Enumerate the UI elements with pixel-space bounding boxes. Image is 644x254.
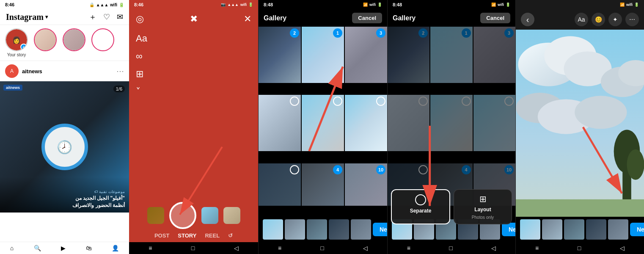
battery-3: 🔋 <box>377 3 382 7</box>
next-button-4[interactable]: Next <box>502 223 515 236</box>
post-header: A aitnews ⋯ <box>0 61 129 81</box>
your-story-avatar: 👩 + <box>5 28 28 51</box>
nav-reels-icon[interactable]: ▶ <box>61 245 66 251</box>
select-circle-4-empty-4 <box>418 165 428 174</box>
thumb-5-5[interactable] <box>608 219 628 240</box>
gallery-cell-4-1[interactable]: 2 <box>388 27 429 94</box>
gallery-footer-5: Next <box>516 217 644 242</box>
gallery-cell-3-3[interactable]: 3 <box>345 27 387 94</box>
nav-profile-icon[interactable]: 👤 <box>112 245 119 251</box>
gallery-cell-4-3[interactable]: 3 <box>473 27 515 94</box>
post-more-icon[interactable]: ⋯ <box>116 66 124 76</box>
thumb-5-4[interactable] <box>586 219 606 240</box>
transform-tool-btn[interactable]: ✦ <box>608 13 622 26</box>
gallery-cell-3-1[interactable]: 2 <box>259 27 301 94</box>
back-button[interactable]: ‹ <box>521 13 534 26</box>
story-bottom: POST STORY REEL ↺ <box>129 202 258 242</box>
nav-home-5: □ <box>578 245 581 251</box>
story-avatar-2 <box>34 28 57 51</box>
story-thumb-4 <box>92 29 113 50</box>
nav-menu-5: ≡ <box>535 245 539 251</box>
story-creator: ◎ ✖ ✕ Aa ∞ ⊞ ˅ <box>129 9 258 242</box>
status-bar-1: 8:46 🔒 ▲▲▲ wifi 🔋 <box>0 0 129 9</box>
thumb-5[interactable] <box>351 219 371 240</box>
gallery-cell-4-5[interactable] <box>430 95 472 162</box>
nav-shop-icon[interactable]: 🛍 <box>86 245 92 251</box>
gallery-thumb-left[interactable] <box>147 207 164 224</box>
gallery-thumb-right[interactable] <box>201 207 218 224</box>
select-badge-2: 2 <box>290 28 299 38</box>
layout-icon: ⊞ <box>479 194 487 204</box>
text-tool[interactable]: Aa <box>136 33 251 44</box>
story-left-tools: Aa ∞ ⊞ ˅ <box>129 29 258 102</box>
gallery-cell-4-6[interactable] <box>473 95 515 162</box>
android-nav-3: ≡ □ ◁ <box>259 242 387 254</box>
thumb-5-3[interactable] <box>564 219 584 240</box>
thumb-5-1[interactable] <box>520 219 540 240</box>
cancel-button-3[interactable]: Cancel <box>352 13 382 23</box>
status-icons-5: 📶 wifi 🔋 <box>620 3 639 7</box>
nav-home-icon[interactable]: ⌂ <box>10 245 14 251</box>
more-tool-btn[interactable]: ⋯ <box>625 13 639 26</box>
expand-tool[interactable]: ˅ <box>136 86 251 97</box>
time-1: 8:46 <box>5 2 14 7</box>
gallery-title-4[interactable]: Gallery <box>393 14 416 22</box>
sticker-tool-btn[interactable]: 😊 <box>592 13 605 26</box>
gallery-title-3[interactable]: Gallery <box>264 14 286 22</box>
nav-search-icon[interactable]: 🔍 <box>34 245 41 251</box>
layout-option[interactable]: ⊞ Layout Photos only <box>454 189 512 224</box>
messenger-icon[interactable]: ✉ <box>117 12 123 22</box>
heart-icon[interactable]: ♡ <box>103 12 110 22</box>
story-item-2[interactable] <box>33 28 58 57</box>
gallery-cell-4-2[interactable]: 1 <box>430 27 472 94</box>
stories-row: 👩 + Your story <box>0 25 129 61</box>
close-icon[interactable]: ✕ <box>244 14 251 25</box>
add-post-icon[interactable]: ＋ <box>89 12 96 22</box>
your-story-item[interactable]: 👩 + Your story <box>4 28 29 57</box>
select-badge-3: 3 <box>376 28 385 38</box>
thumb-3[interactable] <box>307 219 327 240</box>
gallery-cell-4-4[interactable] <box>388 95 429 162</box>
phone-2: 8:46 📷 ▲▲▲ wifi 🔋 ◎ ✖ ✕ Aa ∞ ⊞ ˅ <box>129 0 258 254</box>
boomerang-tool[interactable]: ∞ <box>136 51 251 62</box>
cloud-svg <box>516 30 644 217</box>
next-button-5[interactable]: Next <box>630 223 644 236</box>
nav-back: ◁ <box>234 245 239 251</box>
story-avatar-3 <box>63 28 85 51</box>
tab-post[interactable]: POST <box>154 232 169 239</box>
gallery-cell-3-2[interactable]: 1 <box>302 27 344 94</box>
gallery-cell-3-4[interactable] <box>259 95 301 162</box>
gallery-cell-3-5[interactable] <box>302 95 344 162</box>
story-item-3[interactable] <box>62 28 86 57</box>
gallery-cell-3-6[interactable] <box>345 95 387 162</box>
post-badge: موضوعات تقنية 🏷 <box>4 190 125 194</box>
gallery-cell-3-8[interactable]: 4 <box>302 163 344 217</box>
layout-tool[interactable]: ⊞ <box>136 69 251 80</box>
separate-option[interactable]: Separate <box>391 189 450 224</box>
thumb-5-2[interactable] <box>542 219 562 240</box>
circle-icon[interactable]: ◎ <box>136 14 144 25</box>
text-tool-icon: Aa <box>136 33 147 44</box>
select-badge-4-10: 10 <box>504 165 514 174</box>
text-tool-btn[interactable]: Aa <box>575 13 588 26</box>
gallery-cell-3-9[interactable]: 10 <box>345 163 387 217</box>
capture-button[interactable] <box>169 202 196 229</box>
nav-menu: ≡ <box>149 245 152 251</box>
gallery-cell-3-7[interactable] <box>259 163 301 217</box>
gallery-thumb-right-2[interactable] <box>223 207 240 224</box>
time-2: 8:46 <box>134 2 143 7</box>
chevron-down-icon[interactable]: ▾ <box>45 14 48 20</box>
thumb-4[interactable] <box>329 219 349 240</box>
select-circle-4-empty-2 <box>462 97 471 106</box>
thumb-2[interactable] <box>285 219 305 240</box>
phone-4: 8:48 📶 wifi 🔋 Gallery Cancel 2 1 3 <box>387 0 515 254</box>
tab-story[interactable]: STORY <box>178 232 196 239</box>
thumb-1[interactable] <box>263 219 283 240</box>
flash-off-icon[interactable]: ✖ <box>190 14 198 25</box>
cancel-button-4[interactable]: Cancel <box>480 13 510 23</box>
story-item-4[interactable] <box>91 28 115 57</box>
status-bar-5: 📶 wifi 🔋 <box>516 0 644 9</box>
next-button-3[interactable]: Next <box>373 223 387 236</box>
refresh-icon[interactable]: ↺ <box>228 232 233 239</box>
tab-reel[interactable]: REEL <box>205 232 220 239</box>
